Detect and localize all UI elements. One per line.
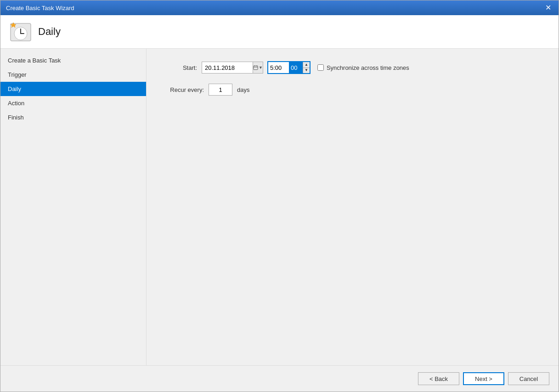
title-bar: Create Basic Task Wizard ✕: [0, 0, 559, 15]
back-button[interactable]: < Back: [418, 372, 459, 385]
calendar-icon: [253, 65, 258, 70]
sync-label[interactable]: Synchronize across time zones: [327, 64, 409, 71]
sidebar-item-daily[interactable]: Daily: [0, 82, 146, 96]
time-input[interactable]: [268, 62, 289, 73]
sidebar-item-finish[interactable]: Finish: [0, 110, 146, 125]
sidebar: Create a Basic Task Trigger Daily Action…: [0, 49, 147, 365]
content-area: Create a Basic Task Trigger Daily Action…: [0, 49, 559, 365]
time-input-wrapper: 00 ▲ ▼: [268, 62, 310, 74]
start-row: Start: ▼: [160, 62, 545, 74]
recur-row: Recur every: days: [160, 84, 545, 96]
sidebar-item-action[interactable]: Action: [0, 96, 146, 110]
footer: < Back Next > Cancel: [0, 365, 559, 392]
time-seconds-display: 00: [289, 62, 303, 73]
window-title: Create Basic Task Wizard: [6, 5, 74, 11]
date-input[interactable]: [202, 62, 253, 73]
sidebar-item-create-basic-task[interactable]: Create a Basic Task: [0, 53, 146, 68]
next-button[interactable]: Next >: [463, 372, 504, 385]
svg-rect-5: [254, 66, 258, 69]
recur-unit: days: [237, 86, 249, 93]
recur-label: Recur every:: [160, 86, 204, 93]
sync-checkbox-wrapper: Synchronize across time zones: [317, 64, 409, 71]
date-picker-button[interactable]: ▼: [253, 62, 263, 73]
main-panel: Start: ▼: [147, 49, 559, 365]
close-button[interactable]: ✕: [543, 3, 553, 12]
start-label: Start:: [160, 64, 197, 71]
wizard-window: Create Basic Task Wizard ✕ Daily Create …: [0, 0, 559, 392]
dropdown-arrow-icon: ▼: [259, 65, 263, 70]
page-title: Daily: [38, 26, 61, 38]
sidebar-item-trigger[interactable]: Trigger: [0, 68, 146, 82]
time-spinner: ▲ ▼: [303, 62, 310, 73]
cancel-button[interactable]: Cancel: [508, 372, 549, 385]
time-decrement-button[interactable]: ▼: [303, 68, 310, 74]
time-increment-button[interactable]: ▲: [303, 62, 310, 68]
header: Daily: [0, 15, 559, 49]
task-scheduler-icon: [10, 21, 32, 43]
date-input-wrapper: ▼: [202, 62, 263, 74]
sync-checkbox[interactable]: [317, 64, 324, 71]
recur-input[interactable]: [209, 84, 232, 96]
